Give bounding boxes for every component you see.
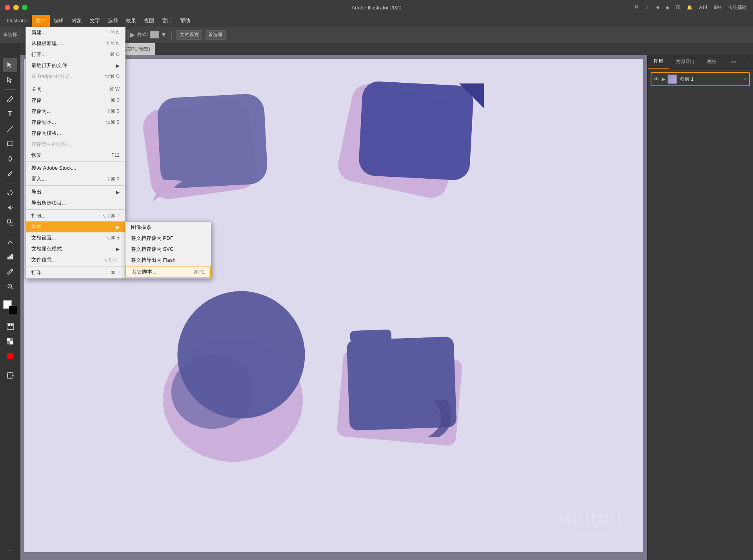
svg-rect-8 [11,254,13,259]
watermark-subtext: 教程灵感就看优优 [570,531,624,538]
tool-paint[interactable] [3,152,17,166]
signal-icon: ◈ [666,5,669,10]
tool-c[interactable] [3,349,17,363]
svg-rect-21 [7,353,10,356]
tool-scale[interactable] [3,216,17,230]
style-swatch [150,31,159,38]
tab-bar-spacer [0,43,20,55]
tool-pencil[interactable] [3,167,17,181]
svg-rect-41 [350,330,391,343]
maximize-button[interactable] [22,5,27,10]
tool-direct-select[interactable] [3,73,17,87]
svg-rect-16 [11,324,13,326]
tool-graph[interactable] [3,250,17,264]
svg-rect-25 [7,373,13,378]
panel-content: 👁 ▶ 图层 1 ○ [648,69,753,560]
panel-menu-icon[interactable]: ≡ [744,56,753,68]
tool-select[interactable] [3,58,17,72]
svg-line-11 [11,288,13,289]
watermark-text: UIIIUIII [559,511,624,529]
panel-tab-layers[interactable]: 图层 [648,55,669,69]
svg-rect-20 [10,341,13,344]
menu-view[interactable]: 视图 [140,15,158,27]
tool-dots[interactable]: ··· [3,543,17,557]
layer-expand-icon[interactable]: ▶ [662,76,665,82]
canvas-container: UIIIUIII 教程灵感就看优优 [20,55,647,560]
opacity-label: 不透明度: [85,31,105,38]
layer-row-1[interactable]: 👁 ▶ 图层 1 ○ [651,72,750,86]
opacity-input[interactable] [107,30,129,40]
menu-text[interactable]: 文字 [86,15,104,27]
svg-rect-24 [10,356,13,359]
layer-target-icon[interactable]: ○ [744,76,747,82]
svg-rect-6 [7,257,9,259]
tab-main[interactable]: ✕ 未标题-1* @ 117.15% (CMYK/GPU 预览) [53,43,155,55]
svg-rect-40 [347,337,457,431]
panel-tab-artboards[interactable]: 画板 [701,55,723,68]
menu-select[interactable]: 选择 [104,15,122,27]
color-swatches[interactable] [3,300,17,314]
minimize-button[interactable] [13,5,19,10]
tool-pen[interactable] [3,92,17,106]
background-color[interactable] [9,306,17,314]
svg-rect-22 [10,353,13,356]
wifi-icon: 76 [675,5,680,10]
menu-help[interactable]: 帮助 [176,15,194,27]
menu-object[interactable]: 对象 [68,15,86,27]
canvas-document [24,59,643,552]
menu-illustrator[interactable]: Illustrator [3,15,32,27]
tab-gpu[interactable]: GPU 预览) [20,43,53,55]
tool-sep-4 [4,296,16,296]
tool-screen-mode[interactable] [3,319,17,333]
tool-mirror[interactable] [3,201,17,215]
menu-edit[interactable]: 编辑 [50,15,68,27]
bell-icon: 🔔 [687,5,693,10]
doc-settings-button[interactable]: 文档设置 [176,30,202,40]
toolbar-shape-select[interactable]: 5 点圆形 [36,30,68,40]
preferences-button[interactable]: 首选项 [205,30,226,40]
tab-bar: GPU 预览) ✕ 未标题-1* @ 117.15% (CMYK/GPU 预览) [0,43,753,55]
layer-name-1: 图层 1 [679,76,694,83]
layer-thumbnail [668,74,677,84]
svg-rect-17 [7,338,10,341]
tool-line[interactable] [3,122,17,136]
svg-rect-4 [7,220,11,223]
layer-visibility-icon[interactable]: 👁 [654,76,659,82]
tool-sep-6 [4,366,16,366]
tool-eyedropper[interactable] [3,265,17,279]
svg-rect-19 [7,341,10,344]
tool-bottom: ··· [3,543,17,557]
tool-type[interactable]: T [3,107,17,121]
svg-rect-2 [7,142,13,146]
toolbar-sep-2 [171,31,172,39]
menu-effect[interactable]: 效果 [122,15,140,27]
canvas-svg [24,59,643,552]
tool-warp[interactable] [3,235,17,249]
app-title: Adobe Illustrator 2020 [351,5,401,11]
menu-window[interactable]: 窗口 [158,15,176,27]
svg-point-0 [11,96,12,97]
tool-b[interactable] [3,334,17,348]
battery-icon: 99+ [714,5,722,10]
tool-artboard[interactable] [3,368,17,382]
tab-close-icon[interactable]: ✕ [57,46,61,52]
notif-badge: A14 [699,5,707,10]
tab-label-gpu: GPU 预览) [25,46,47,53]
style-label: 样式: [137,31,148,38]
panel-tab-assets[interactable]: 资源导出 [669,55,701,68]
toolbar-right: 文档设置 首选项 [176,30,226,40]
panel-expand-icon[interactable]: >> [728,56,739,68]
menu-icon: ⌘ [634,5,639,10]
grid-icon: ⊞ [655,5,659,10]
svg-point-38 [171,355,254,429]
tool-rect[interactable] [3,137,17,151]
tool-zoom[interactable] [3,279,17,294]
right-panel: 图层 资源导出 画板 >> ≡ 👁 ▶ 图层 1 ○ [647,55,753,560]
close-button[interactable] [5,5,10,10]
panel-tabs: 图层 资源导出 画板 >> ≡ [648,55,753,69]
svg-rect-5 [10,222,13,225]
svg-rect-7 [9,256,11,259]
traditional-label: 传统基础 [728,4,747,11]
menu-file[interactable]: 文件 [32,15,50,27]
tool-rotate[interactable] [3,186,17,200]
